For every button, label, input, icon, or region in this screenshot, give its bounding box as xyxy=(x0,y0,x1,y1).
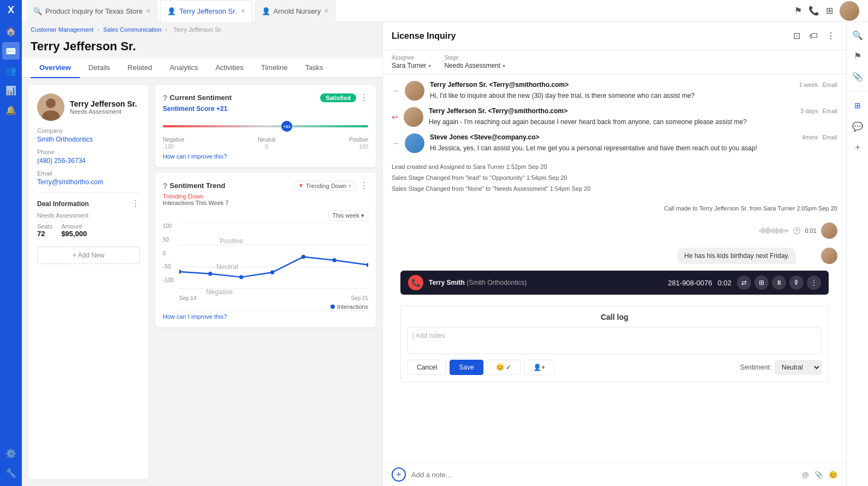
tab-tasks[interactable]: Tasks xyxy=(296,58,332,78)
at-icon[interactable]: @ xyxy=(802,471,809,479)
paperclip-icon[interactable]: 📎 xyxy=(849,68,866,85)
sidebar-icon-settings2[interactable]: 🔧 xyxy=(2,464,20,482)
add-icon-button[interactable]: 👤+ xyxy=(524,360,554,375)
sentiment-label: Sentiment: xyxy=(740,364,771,371)
sidebar-icon-contacts[interactable]: 👥 xyxy=(2,62,20,79)
tab-arnold-nursery[interactable]: 👤 Arnold Nursery ✕ xyxy=(255,0,336,22)
call-phone-icon: 📞 xyxy=(408,275,423,290)
tab-timeline[interactable]: Timeline xyxy=(252,58,297,78)
call-record: 🕐 0:01 xyxy=(392,220,837,241)
chat-avatar xyxy=(821,248,837,264)
activity-item: Sales Stage Changed from "None" to "Need… xyxy=(392,184,837,195)
tab-terry-close[interactable]: ✕ xyxy=(240,8,245,15)
inquiry-tag-button[interactable]: 🏷 xyxy=(807,29,820,43)
sentiment-dropdown[interactable]: Neutral Positive Negative xyxy=(775,360,822,374)
tab-activities[interactable]: Activities xyxy=(206,58,252,78)
active-call-phone: 281-908-0076 xyxy=(668,279,712,287)
active-call-bar: 📞 Terry Smith (Smith Orthodontics) 281-9… xyxy=(400,271,829,295)
grid-icon[interactable]: ⊞ xyxy=(849,97,866,114)
call-transfer-button[interactable]: ⇄ xyxy=(737,276,751,290)
emoji-icon[interactable]: 😊 xyxy=(829,471,837,479)
breadcrumb-customer-mgmt[interactable]: Customer Management xyxy=(31,26,93,33)
call-pause-button[interactable]: ⏸ xyxy=(772,276,786,290)
trend-badge[interactable]: ▼ Trending Down ▾ xyxy=(293,181,356,191)
contact-header: Terry Jefferson Sr. Needs Assessment xyxy=(37,93,140,121)
active-call-name: Terry Smith (Smith Orthodontics) xyxy=(429,279,663,286)
cancel-button[interactable]: Cancel xyxy=(408,360,446,375)
tab-product-inquiry[interactable]: 🔍 Product Inquiry for Texas Store ✕ xyxy=(26,0,158,22)
waveform-bar xyxy=(787,230,788,232)
message-item: → Terry Jefferson Sr. <Terry@smithortho.… xyxy=(392,81,837,101)
contact-email-field: Email Terry@smithortho.com xyxy=(37,170,140,186)
sidebar-icon-analytics[interactable]: 📊 xyxy=(2,81,20,99)
call-log-notes[interactable]: | Add notes xyxy=(408,327,822,354)
msg2-sender: Terry Jefferson Sr. <Terry@smithortho.co… xyxy=(429,107,568,115)
inquiry-scan-button[interactable]: ⊡ xyxy=(791,28,802,43)
tab-related[interactable]: Related xyxy=(119,58,161,78)
user-avatar[interactable] xyxy=(840,1,859,21)
top-right-actions: ⚑ 📞 ⊞ xyxy=(794,1,864,21)
deal-title: Deal Information xyxy=(37,200,89,208)
inquiry-more-button[interactable]: ⋮ xyxy=(824,28,837,43)
emoji-button[interactable]: 😊 ✓ xyxy=(487,360,521,375)
plus-icon[interactable]: ＋ xyxy=(849,138,866,156)
y-100: 100 xyxy=(163,223,179,229)
deal-more-icon[interactable]: ⋮ xyxy=(131,198,140,209)
search-icon[interactable]: 🔍 xyxy=(849,26,866,44)
sidebar-icon-settings[interactable]: ⚙️ xyxy=(2,444,20,462)
breadcrumb-sep1: › xyxy=(97,26,101,33)
tab-terry-jefferson[interactable]: 👤 Terry Jefferson Sr. ✕ xyxy=(160,0,252,22)
flag-icon[interactable]: ⚑ xyxy=(849,47,866,65)
call-mute-button[interactable]: 🎙 xyxy=(789,276,804,290)
svg-point-14 xyxy=(270,270,274,274)
chart-period-selector[interactable]: This week ▾ xyxy=(328,210,368,221)
company-label: Company xyxy=(37,127,140,134)
company-link[interactable]: Smith Orthodontics xyxy=(37,136,93,143)
sidebar-icon-home[interactable]: 🏠 xyxy=(2,22,20,40)
attachment-icon[interactable]: 📎 xyxy=(814,471,823,479)
msg3-content: Steve Jones <Steve@company.co> 4mins Ema… xyxy=(430,133,837,153)
tab-details[interactable]: Details xyxy=(80,58,119,78)
msg2-type: Email xyxy=(822,108,837,114)
phone-link[interactable]: (480) 256-36734 xyxy=(37,157,86,165)
save-button[interactable]: Save xyxy=(450,360,483,375)
trend-more-icon[interactable]: ⋮ xyxy=(359,180,368,191)
waveform-bar xyxy=(772,228,773,233)
activity-log: Lead created and Assigned to Sara Turner… xyxy=(392,160,837,196)
stage-dropdown[interactable]: Needs Assessment ▾ xyxy=(444,62,505,69)
chat-icon[interactable]: 💬 xyxy=(849,118,866,135)
tab-analytics[interactable]: Analytics xyxy=(161,58,206,78)
svg-point-15 xyxy=(302,255,305,259)
grid-icon[interactable]: ⊞ xyxy=(826,5,833,16)
tab-overview[interactable]: Overview xyxy=(31,58,80,78)
chat-bubble: He has his kids birthday next Friday. xyxy=(677,248,796,264)
msg1-avatar xyxy=(405,81,424,101)
call-grid-button[interactable]: ⊞ xyxy=(754,276,769,290)
contact-card: Terry Jefferson Sr. Needs Assessment Com… xyxy=(28,85,149,479)
add-new-button[interactable]: + Add New xyxy=(37,247,140,264)
flag-icon[interactable]: ⚑ xyxy=(794,5,802,16)
call-made-log: Call made to Terry Jefferson Sr. from Sa… xyxy=(392,203,837,214)
tab-arnold-close[interactable]: ✕ xyxy=(324,8,329,15)
sentiment-more-icon[interactable]: ⋮ xyxy=(359,92,368,103)
sidebar-icon-messages[interactable]: ✉️ xyxy=(2,42,20,60)
waveform-bar xyxy=(759,230,760,232)
assignee-dropdown[interactable]: Sara Turner ▾ xyxy=(392,62,431,69)
activity-item: Sales Stage Changed from "lead" to "Oppo… xyxy=(392,173,837,184)
sentiment-trend-card: ? Sentiment Trend ▼ Trending Down ▾ ⋮ xyxy=(155,173,376,327)
tab-product-close[interactable]: ✕ xyxy=(146,8,151,15)
waveform-bar xyxy=(764,229,765,232)
waveform-bar xyxy=(771,230,772,232)
call-more-button[interactable]: ⋮ xyxy=(807,276,821,290)
add-note-button[interactable]: + xyxy=(392,467,406,482)
phone-icon[interactable]: 📞 xyxy=(808,5,819,16)
note-input[interactable] xyxy=(411,471,796,479)
email-link[interactable]: Terry@smithortho.com xyxy=(37,178,103,186)
improve-trend-link[interactable]: How can I improve this? xyxy=(163,313,368,320)
breadcrumb-sales-comm[interactable]: Sales Communication xyxy=(103,26,162,33)
app-logo[interactable]: X xyxy=(8,4,14,16)
waveform xyxy=(759,225,788,236)
tab-arnold-label: Arnold Nursery xyxy=(274,7,321,15)
improve-sentiment-link[interactable]: How can I improve this? xyxy=(163,153,368,160)
sidebar-icon-notifications[interactable]: 🔔 xyxy=(2,101,20,119)
